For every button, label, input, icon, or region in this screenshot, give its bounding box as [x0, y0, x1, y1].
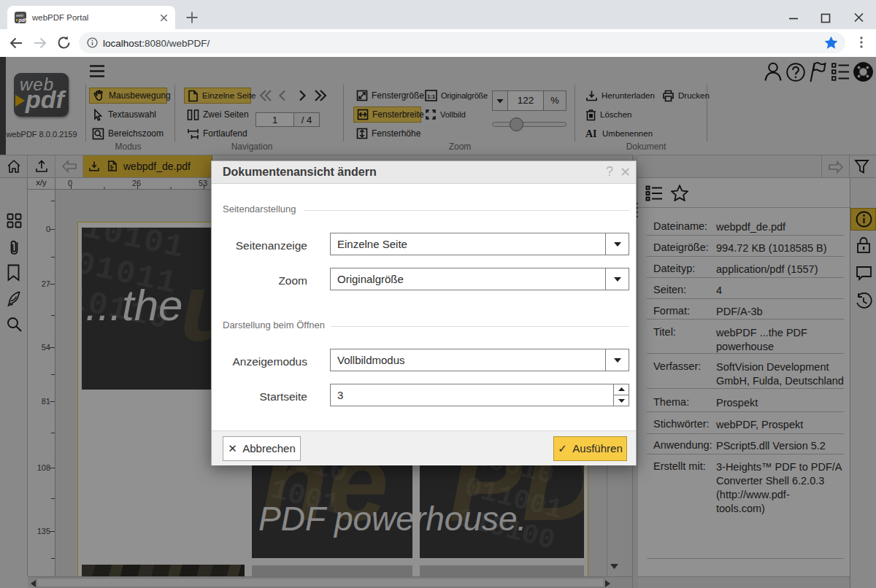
svg-text:pdf: pdf	[18, 18, 27, 23]
